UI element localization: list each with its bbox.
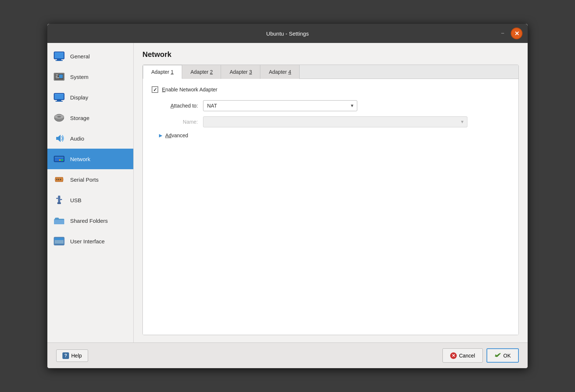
svg-rect-4 — [55, 60, 63, 61]
cancel-icon: ✕ — [450, 352, 457, 359]
svg-rect-3 — [57, 59, 61, 60]
section-title: Network — [142, 50, 519, 59]
ok-button[interactable]: OK — [487, 348, 519, 363]
svg-point-23 — [59, 159, 61, 161]
advanced-label: Advanced — [165, 133, 188, 138]
storage-icon — [53, 111, 66, 124]
sidebar-label-storage: Storage — [70, 115, 90, 121]
tab-adapter2[interactable]: Adapter 2 — [182, 65, 221, 79]
cancel-label: Cancel — [459, 353, 475, 359]
attached-to-row: Attached to: NAT Bridged Adapter Interna… — [152, 100, 510, 111]
titlebar-controls: − ✕ — [498, 28, 522, 39]
help-label: Help — [71, 353, 82, 359]
enable-network-row: Enable Network Adapter — [152, 86, 510, 93]
audio-icon — [53, 132, 66, 145]
enable-network-checkbox[interactable] — [152, 86, 158, 93]
svg-rect-25 — [58, 179, 59, 180]
enable-network-label: Enable Network Adapter — [162, 87, 217, 92]
svg-rect-7 — [55, 75, 58, 75]
footer-right: ✕ Cancel OK — [442, 348, 519, 363]
network-icon — [53, 152, 66, 166]
minimize-button[interactable]: − — [498, 28, 508, 39]
tab-content-adapter1: Enable Network Adapter Attached to: NAT … — [143, 79, 518, 335]
attached-to-wrapper: NAT Bridged Adapter Internal Network Hos… — [203, 100, 357, 111]
name-row: Name: ▼ — [152, 116, 510, 127]
tabs-area: Adapter 1 Adapter 2 Adapter 3 Adapter 4 — [142, 65, 519, 335]
general-icon — [53, 50, 66, 63]
svg-rect-21 — [55, 157, 64, 157]
cancel-button[interactable]: ✕ Cancel — [442, 348, 483, 363]
close-button[interactable]: ✕ — [511, 28, 522, 39]
sidebar-item-shared-folders[interactable]: Shared Folders — [47, 210, 133, 231]
help-icon: ? — [62, 352, 69, 359]
sidebar-label-display: Display — [70, 94, 88, 101]
svg-rect-24 — [57, 179, 57, 180]
svg-rect-28 — [57, 202, 61, 204]
svg-rect-29 — [56, 198, 58, 199]
svg-rect-2 — [55, 52, 64, 53]
sidebar-label-serial-ports: Serial Ports — [70, 177, 99, 183]
main-content: Network Adapter 1 Adapter 2 Adapter 3 Ad… — [134, 43, 528, 342]
sidebar-item-display[interactable]: Display — [47, 87, 133, 108]
ok-label: OK — [503, 353, 511, 359]
sidebar-label-user-interface: User Interface — [70, 238, 105, 244]
sidebar-label-network: Network — [70, 156, 90, 162]
tab-adapter3[interactable]: Adapter 3 — [221, 65, 260, 79]
system-icon — [53, 70, 66, 83]
sidebar: General System — [47, 43, 134, 342]
titlebar: Ubuntu - Settings − ✕ — [47, 24, 528, 43]
window-title: Ubuntu - Settings — [266, 30, 309, 37]
sidebar-item-serial-ports[interactable]: Serial Ports — [47, 169, 133, 190]
display-icon — [53, 91, 66, 104]
svg-rect-9 — [55, 77, 59, 78]
svg-point-18 — [57, 116, 61, 117]
sidebar-item-audio[interactable]: Audio — [47, 128, 133, 149]
sidebar-label-general: General — [70, 53, 90, 59]
tabs-header: Adapter 1 Adapter 2 Adapter 3 Adapter 4 — [143, 65, 518, 79]
ok-icon — [495, 352, 501, 359]
sidebar-item-general[interactable]: General — [47, 46, 133, 66]
svg-point-22 — [61, 159, 63, 161]
advanced-expand-icon: ▶ — [159, 133, 162, 138]
name-arrow-icon: ▼ — [460, 119, 464, 124]
sidebar-label-shared-folders: Shared Folders — [70, 218, 108, 224]
help-button[interactable]: ? Help — [56, 349, 88, 362]
svg-rect-34 — [55, 238, 64, 240]
sidebar-label-usb: USB — [70, 197, 82, 203]
svg-rect-15 — [55, 101, 63, 102]
sidebar-item-user-interface[interactable]: User Interface — [47, 231, 133, 251]
svg-rect-26 — [60, 179, 61, 180]
attached-to-select[interactable]: NAT Bridged Adapter Internal Network Hos… — [203, 100, 357, 111]
svg-rect-12 — [55, 94, 64, 99]
usb-icon — [53, 193, 66, 207]
svg-rect-31 — [54, 220, 64, 224]
svg-rect-8 — [55, 76, 58, 77]
svg-rect-30 — [60, 199, 62, 200]
settings-window: Ubuntu - Settings − ✕ — [47, 23, 528, 369]
advanced-row[interactable]: ▶ Advanced — [152, 133, 510, 138]
name-wrapper: ▼ — [203, 116, 467, 127]
attached-to-label: Attached to: — [152, 103, 203, 109]
sidebar-item-usb[interactable]: USB — [47, 190, 133, 210]
shared-folders-icon — [53, 214, 66, 227]
svg-rect-14 — [57, 100, 61, 101]
name-input[interactable] — [203, 116, 467, 127]
window-body: General System — [47, 43, 528, 342]
sidebar-item-system[interactable]: System — [47, 66, 133, 87]
svg-rect-35 — [55, 244, 64, 244]
svg-rect-1 — [55, 52, 64, 58]
tab-adapter4[interactable]: Adapter 4 — [260, 65, 300, 79]
user-interface-icon — [53, 235, 66, 248]
name-label: Name: — [152, 119, 203, 125]
svg-rect-10 — [59, 75, 63, 78]
serial-ports-icon — [53, 173, 66, 186]
sidebar-item-storage[interactable]: Storage — [47, 108, 133, 128]
sidebar-label-audio: Audio — [70, 135, 84, 142]
sidebar-label-system: System — [70, 74, 88, 80]
svg-rect-13 — [55, 94, 64, 94]
window-footer: ? Help ✕ Cancel OK — [47, 342, 528, 368]
sidebar-item-network[interactable]: Network — [47, 149, 133, 169]
tab-adapter1[interactable]: Adapter 1 — [143, 65, 182, 79]
